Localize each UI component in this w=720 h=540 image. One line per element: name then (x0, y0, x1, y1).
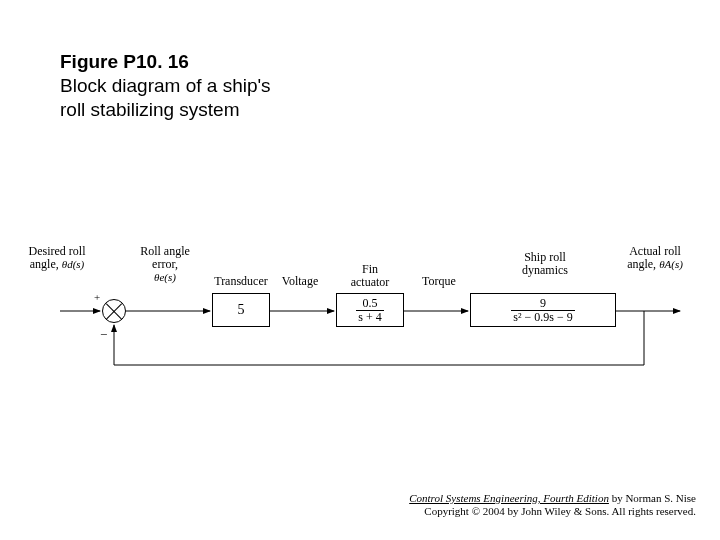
ship-dynamics-block: 9 s² − 0.9s − 9 (470, 293, 616, 327)
ship-tf-num: 9 (511, 297, 574, 311)
sum-plus: + (94, 291, 100, 303)
error-symbol: θe(s) (154, 271, 176, 283)
ship-dynamics-label: Ship roll dynamics (514, 251, 576, 277)
attribution-text: Control Systems Engineering, Fourth Edit… (409, 492, 696, 518)
transducer-gain: 5 (238, 302, 245, 318)
error-signal-label: Roll angle error, θe(s) (140, 245, 190, 285)
actuator-block: 0.5 s + 4 (336, 293, 404, 327)
figure-description: Block diagram of a ship's roll stabilizi… (60, 74, 300, 122)
actuator-tf-num: 0.5 (356, 297, 383, 311)
actuator-label: Fin actuator (342, 263, 398, 289)
actuator-tf-den: s + 4 (356, 311, 383, 324)
author-name: by Norman S. Nise (609, 492, 696, 504)
block-diagram: Desired roll angle, θd(s) + − Roll angle… (40, 245, 690, 405)
output-symbol: θA(s) (659, 258, 683, 270)
figure-number: Figure P10. 16 (60, 50, 300, 74)
output-signal-label: Actual roll angle, θA(s) (626, 245, 684, 271)
input-signal-label: Desired roll angle, θd(s) (26, 245, 88, 271)
summing-junction (102, 299, 126, 323)
sum-minus: − (100, 327, 107, 343)
figure-caption: Figure P10. 16 Block diagram of a ship's… (60, 50, 300, 121)
voltage-label: Voltage (276, 275, 324, 288)
torque-label: Torque (414, 275, 464, 288)
input-symbol: θd(s) (62, 258, 85, 270)
ship-tf-den: s² − 0.9s − 9 (511, 311, 574, 324)
copyright-notice: Copyright © 2004 by John Wiley & Sons. A… (409, 505, 696, 518)
transducer-label: Transducer (210, 275, 272, 288)
book-title: Control Systems Engineering, Fourth Edit… (409, 492, 609, 504)
transducer-block: 5 (212, 293, 270, 327)
